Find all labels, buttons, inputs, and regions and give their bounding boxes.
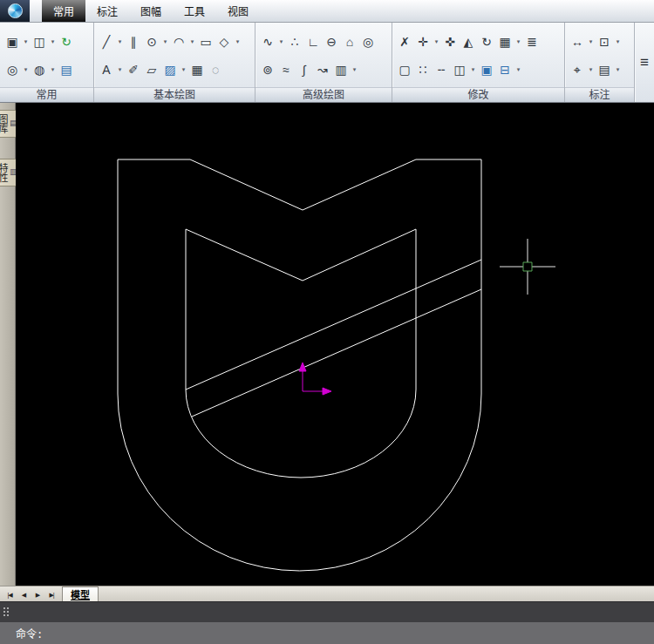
rectangle-icon[interactable]: ▭	[197, 32, 215, 51]
diagonal-line-upper	[186, 260, 481, 390]
app-logo-icon	[8, 3, 23, 18]
zoom-extents-icon[interactable]: ◍	[31, 60, 48, 79]
last-layout-button[interactable]: ▶|	[44, 588, 58, 601]
menu-tab-frame[interactable]: 图幅	[129, 0, 173, 22]
linear-dim-dropdown[interactable]: ▾	[587, 32, 595, 51]
arc-icon[interactable]: ◠	[170, 32, 187, 51]
mirror-icon[interactable]: ◭	[460, 32, 477, 51]
first-layout-button[interactable]: |◀	[3, 588, 17, 601]
next-layout-button[interactable]: ▶	[31, 588, 44, 601]
zoom-icon[interactable]: ◎	[3, 60, 21, 79]
dim-style-icon[interactable]: ⌖	[569, 60, 586, 79]
drawing-svg	[16, 103, 654, 586]
point-icon[interactable]: ∴	[286, 32, 303, 51]
revision-cloud-icon[interactable]: ◎	[359, 32, 377, 51]
polyline-dropdown[interactable]: ▾	[277, 32, 285, 51]
ribbon-group-basic-draw: ╱▾∥⊙▾◠▾▭◇▾A▾✐▱▨▾▦◌基本绘图	[94, 23, 255, 102]
outer-shield-outline	[118, 159, 481, 571]
wave-line-icon[interactable]: ≈	[277, 60, 295, 79]
sync-icon[interactable]: ↻	[58, 32, 75, 51]
layout-tab-bar: |◀◀▶▶| 模型	[0, 586, 654, 601]
arc-dropdown[interactable]: ▾	[188, 32, 196, 51]
polygon-dropdown[interactable]: ▾	[234, 32, 242, 51]
table-icon[interactable]: ▦	[188, 60, 206, 79]
circle-dropdown[interactable]: ▾	[161, 32, 169, 51]
previous-layout-button[interactable]: ◀	[17, 588, 31, 601]
polyline-icon[interactable]: ∿	[259, 32, 276, 51]
polygon-icon[interactable]: ◇	[215, 32, 233, 51]
zoom-dropdown[interactable]: ▾	[22, 60, 30, 79]
erase-icon[interactable]: ✗	[396, 32, 413, 51]
array-dropdown[interactable]: ▾	[514, 32, 522, 51]
menu-tab-dimension[interactable]: 标注	[85, 0, 129, 22]
line-icon[interactable]: ╱	[98, 32, 115, 51]
parallel-line-icon[interactable]: ∥	[125, 32, 142, 51]
ribbon-group-label-modify: 修改	[392, 87, 564, 102]
ucs-arrow-x	[323, 388, 331, 395]
linetype-icon[interactable]: ╌	[433, 60, 450, 79]
ribbon-group-dimension: ↔▾⊡▾⌖▾▤▾标注	[565, 23, 635, 102]
text-frame-icon[interactable]: ▤	[596, 60, 613, 79]
main-area: ▤图库▥特性	[0, 103, 654, 586]
side-tab-label-properties: 特性	[0, 163, 7, 182]
ellipse-icon[interactable]: ⊖	[323, 32, 340, 51]
scale-icon[interactable]: ▢	[396, 60, 413, 79]
app-menu-button[interactable]	[0, 0, 30, 22]
hatch-dropdown[interactable]: ▾	[180, 60, 187, 79]
line-dropdown[interactable]: ▾	[116, 32, 124, 51]
sketch-icon[interactable]: ✐	[125, 60, 142, 79]
text-dropdown[interactable]: ▾	[116, 60, 124, 79]
donut-icon[interactable]: ⊚	[259, 60, 276, 79]
menu-tab-common[interactable]: 常用	[42, 0, 85, 22]
stack-dropdown[interactable]: ▾	[514, 60, 522, 79]
image-frame-dropdown[interactable]: ▾	[614, 32, 622, 51]
paste-dropdown[interactable]: ▾	[22, 32, 30, 51]
ray-icon[interactable]: ∟	[304, 32, 322, 51]
command-history[interactable]	[0, 601, 654, 622]
paste-icon[interactable]: ▣	[3, 32, 21, 51]
menu-tab-tools[interactable]: 工具	[173, 0, 216, 22]
menu-bar: 常用标注图幅工具视图	[0, 0, 654, 23]
array-icon[interactable]: ▦	[496, 32, 514, 51]
command-window-grip-icon[interactable]	[3, 607, 5, 609]
image-frame-icon[interactable]: ⊡	[596, 32, 613, 51]
move-icon[interactable]: ✛	[414, 32, 432, 51]
copy-icon[interactable]: ◫	[31, 32, 48, 51]
leader-icon[interactable]: ↝	[314, 60, 331, 79]
copy-object-icon[interactable]: ◫	[451, 60, 468, 79]
ribbon-group-adv-draw: ∿▾∴∟⊖⌂◎⊚≈∫↝▥▾高级绘图	[255, 23, 392, 102]
ribbon: ▣▾◫▾↻◎▾◍▾▤常用╱▾∥⊙▾◠▾▭◇▾A▾✐▱▨▾▦◌基本绘图∿▾∴∟⊖⌂…	[0, 23, 654, 103]
spline-icon[interactable]: ∫	[296, 60, 313, 79]
text-icon[interactable]: A	[98, 60, 115, 79]
stack-icon[interactable]: ⊟	[496, 60, 514, 79]
wipeout-icon[interactable]: ◌	[207, 60, 224, 79]
model-tab[interactable]: 模型	[62, 586, 99, 601]
polygon-tool-icon[interactable]: ⌂	[341, 32, 358, 51]
dim-style-dropdown[interactable]: ▾	[587, 60, 595, 79]
break-icon[interactable]: ∷	[414, 60, 432, 79]
region-icon[interactable]: ▱	[143, 60, 160, 79]
inner-shield-outline	[186, 229, 416, 478]
circle-icon[interactable]: ⊙	[143, 32, 160, 51]
copy-dropdown[interactable]: ▾	[49, 32, 57, 51]
column-grid-icon[interactable]: ▥	[332, 60, 350, 79]
command-line[interactable]: 命令:	[0, 622, 654, 644]
linear-dim-icon[interactable]: ↔	[569, 32, 586, 51]
ribbon-groups: ▣▾◫▾↻◎▾◍▾▤常用╱▾∥⊙▾◠▾▭◇▾A▾✐▱▨▾▦◌基本绘图∿▾∴∟⊖⌂…	[0, 23, 635, 102]
zoom-extents-dropdown[interactable]: ▾	[49, 60, 57, 79]
copy-object-dropdown[interactable]: ▾	[469, 60, 477, 79]
stretch-icon[interactable]: ✜	[441, 32, 459, 51]
hatch-icon[interactable]: ▨	[161, 60, 179, 79]
side-panel-tabs: ▤图库▥特性	[0, 103, 16, 586]
offset-icon[interactable]: ≣	[523, 32, 541, 51]
rotate-icon[interactable]: ↻	[478, 32, 495, 51]
text-frame-dropdown[interactable]: ▾	[614, 60, 622, 79]
menu-tabs: 常用标注图幅工具视图	[42, 0, 260, 22]
drawing-canvas[interactable]	[16, 103, 654, 586]
ribbon-overflow-button[interactable]: ≡	[635, 23, 654, 102]
adv-more-dropdown[interactable]: ▾	[351, 60, 358, 79]
move-dropdown[interactable]: ▾	[433, 32, 440, 51]
paste-object-icon[interactable]: ▣	[478, 60, 495, 79]
menu-tab-view[interactable]: 视图	[216, 0, 260, 22]
layer-manager-icon[interactable]: ▤	[58, 60, 75, 79]
